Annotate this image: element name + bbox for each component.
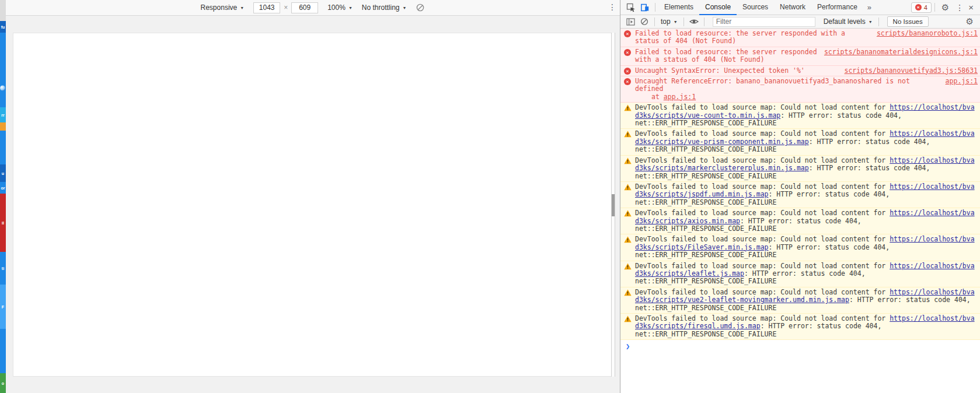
- dimension-x-icon: ×: [284, 3, 288, 12]
- device-toolbar-menu-kebab-icon[interactable]: ⋮: [608, 2, 616, 12]
- source-map-url-link[interactable]: https://localhost/bvad3ks/scripts/marker…: [635, 156, 975, 172]
- desktop-icon-fragment-label: F: [2, 305, 4, 309]
- error-message: Failed to load resource: the server resp…: [635, 30, 870, 45]
- live-expression-eye-icon[interactable]: [687, 15, 701, 28]
- warning-icon: [624, 210, 632, 217]
- source-map-url-link[interactable]: https://localhost/bvad3ks/scripts/vue-pr…: [635, 129, 975, 145]
- source-link[interactable]: scripts/bananovuetifyad3.js:58631: [845, 66, 978, 75]
- console-message-text: DevTools failed to load source map: Coul…: [635, 157, 978, 180]
- source-map-url-link[interactable]: https://localhost/bvad3ks/scripts/vue-co…: [635, 103, 975, 119]
- warning-icon: [624, 315, 632, 322]
- console-message: DevTools failed to load source map: Coul…: [620, 182, 980, 208]
- console-message-text: Failed to load resource: the server resp…: [635, 30, 978, 45]
- source-map-url-link[interactable]: https://localhost/bvad3ks/scripts/firesq…: [635, 314, 975, 330]
- source-map-url-link[interactable]: https://localhost/bvad3ks/scripts/jspdf.…: [635, 183, 975, 198]
- browser-window: furruoriltiFo Responsive ▼ × 100% ▼: [0, 0, 980, 393]
- stack-link[interactable]: app.js:1: [664, 93, 696, 101]
- desktop-icon-fragment-label: o: [2, 381, 4, 385]
- console-settings-gear-icon[interactable]: ⚙: [962, 16, 977, 27]
- console-message: DevTools failed to load source map: Coul…: [620, 287, 980, 314]
- desktop-icon-fragment: rr: [0, 107, 6, 122]
- warning-icon: [624, 104, 632, 111]
- console-message: DevTools failed to load source map: Coul…: [620, 129, 980, 155]
- desktop-icon-fragment: il: [0, 194, 6, 252]
- console-message-text: Failed to load resource: the server resp…: [635, 48, 978, 64]
- console-message-text: DevTools failed to load source map: Coul…: [635, 315, 978, 338]
- console-message: DevTools failed to load source map: Coul…: [620, 261, 980, 287]
- console-error-badge[interactable]: × 4: [911, 2, 932, 13]
- console-message: ×Uncaught SyntaxError: Unexpected token …: [620, 66, 980, 76]
- error-icon: ×: [624, 78, 632, 85]
- source-link[interactable]: scripts/bananomaterialdesignicons.js:1: [824, 48, 978, 56]
- zoom-dropdown[interactable]: 100% ▼: [327, 3, 353, 12]
- console-message-text: Uncaught ReferenceError: banano_bananovu…: [635, 78, 978, 101]
- warning-icon: [624, 131, 632, 138]
- devtools-menu-kebab-icon[interactable]: ⋮: [953, 3, 967, 12]
- console-message: DevTools failed to load source map: Coul…: [620, 208, 980, 234]
- source-link[interactable]: scripts/bananoroboto.js:1: [877, 29, 978, 37]
- device-toolbar-toggle-icon[interactable]: [638, 1, 652, 14]
- message-source: app.js:1: [946, 78, 978, 85]
- throttling-dropdown[interactable]: No throttling ▼: [362, 3, 407, 12]
- console-toolbar: top ▼ Default levels ▼ No Issues ⚙: [620, 15, 980, 29]
- prompt-chevron-icon: ❯: [626, 342, 630, 350]
- source-link[interactable]: app.js:1: [946, 77, 978, 85]
- rotate-disabled-icon[interactable]: [416, 3, 425, 12]
- caret-down-icon: ▼: [869, 20, 873, 24]
- desktop-icon-fragment: [0, 122, 6, 131]
- console-message: ×Uncaught ReferenceError: banano_bananov…: [620, 76, 980, 103]
- caret-down-icon: ▼: [348, 6, 353, 10]
- console-message: DevTools failed to load source map: Coul…: [620, 103, 980, 129]
- more-tabs-icon[interactable]: »: [863, 3, 876, 12]
- console-prompt[interactable]: ❯: [620, 340, 980, 350]
- toolbar-separator: [934, 3, 935, 12]
- desktop-icon-fragment: u: [0, 164, 6, 182]
- tab-performance[interactable]: Performance: [811, 0, 863, 15]
- console-message: ×Failed to load resource: the server res…: [620, 47, 980, 66]
- message-source: scripts/bananovuetifyad3.js:58631: [845, 67, 978, 75]
- console-message-text: DevTools failed to load source map: Coul…: [635, 236, 978, 259]
- toolbar-separator: [683, 17, 684, 26]
- log-levels-label: Default levels: [824, 17, 866, 26]
- tab-sources[interactable]: Sources: [737, 0, 774, 15]
- desktop-icon-fragment: F: [0, 285, 6, 329]
- log-levels-dropdown[interactable]: Default levels ▼: [824, 17, 873, 26]
- desktop-icon-fragment: [0, 69, 6, 107]
- desktop-icon-fragment-label: il: [2, 221, 4, 225]
- context-selector[interactable]: top ▼: [661, 17, 678, 26]
- page-viewport[interactable]: [13, 33, 615, 377]
- tab-console[interactable]: Console: [699, 0, 737, 15]
- clear-console-icon[interactable]: [637, 15, 651, 28]
- throttling-label: No throttling: [362, 3, 400, 12]
- source-map-url-link[interactable]: https://localhost/bvad3ks/scripts/vue2-l…: [635, 288, 975, 304]
- toolbar-separator: [655, 3, 655, 12]
- stack-frame: at app.js:1: [635, 93, 939, 101]
- toolbar-separator: [654, 17, 655, 26]
- console-filter-input[interactable]: [713, 17, 815, 27]
- tab-elements[interactable]: Elements: [658, 0, 699, 15]
- no-issues-button[interactable]: No Issues: [887, 16, 929, 27]
- caret-down-icon: ▼: [674, 20, 678, 24]
- error-circle-x-icon: ×: [624, 68, 631, 75]
- console-message: DevTools failed to load source map: Coul…: [620, 156, 980, 182]
- error-message: Uncaught ReferenceError: banano_bananovu…: [635, 78, 939, 101]
- settings-gear-icon[interactable]: ⚙: [938, 2, 953, 13]
- close-devtools-icon[interactable]: ×: [967, 2, 976, 12]
- source-map-url-link[interactable]: https://localhost/bvad3ks/scripts/leafle…: [635, 262, 975, 278]
- console-sidebar-toggle-icon[interactable]: [623, 15, 637, 28]
- error-message: Uncaught SyntaxError: Unexpected token '…: [635, 67, 838, 75]
- viewport-height-input[interactable]: [291, 2, 318, 13]
- desktop-icon-fragment-label: rr: [1, 113, 4, 117]
- page-scrollbar-thumb[interactable]: [612, 194, 615, 216]
- inspect-element-icon[interactable]: [624, 1, 638, 14]
- device-type-dropdown[interactable]: Responsive ▼: [201, 3, 245, 12]
- warning-icon: [624, 289, 632, 296]
- source-map-url-link[interactable]: https://localhost/bvad3ks/scripts/axios.…: [635, 209, 975, 224]
- page-scrollbar[interactable]: [611, 33, 615, 377]
- desktop-icon-fragment: o: [0, 373, 6, 393]
- viewport-width-input[interactable]: [253, 2, 280, 13]
- source-map-url-link[interactable]: https://localhost/bvad3ks/scripts/FileSa…: [635, 235, 975, 251]
- tab-network[interactable]: Network: [774, 0, 811, 15]
- devtools-tabbar: ElementsConsoleSourcesNetworkPerformance…: [620, 0, 980, 15]
- desktop-icon-fragment: [0, 131, 6, 164]
